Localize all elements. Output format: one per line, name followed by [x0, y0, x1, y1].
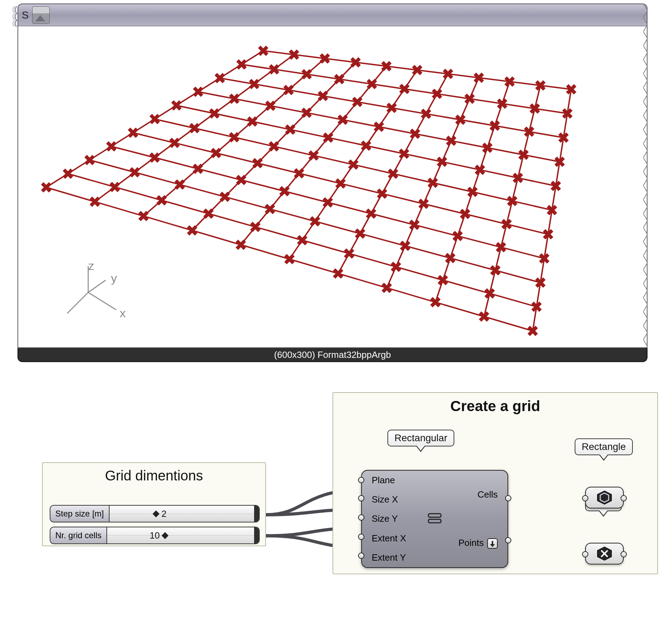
slider-output-grip[interactable]: [254, 506, 259, 522]
component-outputs: Cells Points: [458, 471, 498, 567]
image-viewer-titlebar[interactable]: S: [18, 4, 648, 26]
rectangular-grid-icon: [427, 512, 442, 526]
point-param[interactable]: [585, 543, 624, 564]
step-size-label: Step size [m]: [50, 506, 110, 522]
svg-rect-269: [428, 519, 441, 523]
image-viewer-panel: S: [18, 4, 648, 362]
slider-thumb-icon[interactable]: [153, 510, 160, 517]
input-grip[interactable]: [358, 534, 364, 540]
axis-x-label: x: [120, 306, 126, 320]
component-inputs: Plane Size X Size Y Extent X Extent Y: [372, 471, 406, 567]
input-extent-y: Extent Y: [372, 552, 406, 563]
rectangular-grid-component[interactable]: Plane Size X Size Y Extent X Extent Y Ce…: [361, 470, 508, 568]
viewer-tab-letter: S: [22, 9, 29, 21]
input-grip[interactable]: [358, 553, 364, 559]
output-grip[interactable]: [621, 551, 627, 557]
grid-dimensions-group: Grid dimentions Step size [m] 2 Nr. grid…: [42, 462, 266, 546]
output-grip[interactable]: [505, 495, 511, 501]
create-grid-group: Create a grid Rectangular Rectangle Poin…: [332, 392, 658, 574]
image-viewer-footer-text: (600x300) Format32bppArgb: [274, 349, 391, 360]
input-grip[interactable]: [582, 551, 588, 557]
grid-cells-slider[interactable]: Nr. grid cells 10: [50, 527, 260, 544]
step-size-slider[interactable]: Step size [m] 2: [50, 505, 260, 522]
input-grip[interactable]: [358, 477, 364, 483]
output-grip[interactable]: [621, 495, 627, 501]
svg-line-267: [88, 280, 106, 292]
rectangle-label-bubble: Rectangle: [575, 438, 633, 455]
rectangle-hex-icon: [596, 490, 613, 505]
input-grip[interactable]: [358, 495, 364, 501]
grid-cells-label: Nr. grid cells: [50, 527, 107, 543]
rectangle-param[interactable]: [585, 487, 624, 508]
image-thumbnail-icon[interactable]: [32, 6, 50, 24]
axis-y-label: y: [111, 271, 117, 285]
input-size-y: Size Y: [372, 513, 406, 524]
zigzag-edge-icon: [643, 4, 648, 348]
input-extent-x: Extent X: [372, 533, 406, 544]
grid-dimensions-title: Grid dimentions: [43, 463, 265, 484]
svg-rect-268: [428, 514, 441, 517]
output-points: Points: [458, 538, 498, 549]
grid-cells-value: 10: [150, 530, 160, 541]
slider-output-grip[interactable]: [254, 527, 259, 543]
point-hex-icon: [596, 546, 613, 561]
input-grip[interactable]: [582, 495, 588, 501]
create-grid-title: Create a grid: [333, 393, 657, 415]
svg-line-265: [88, 292, 116, 310]
output-cells: Cells: [458, 489, 498, 500]
image-viewer-canvas[interactable]: z y x: [18, 26, 648, 348]
image-viewer-footer: (600x300) Format32bppArgb: [18, 348, 648, 362]
rectangular-label-bubble: Rectangular: [387, 430, 454, 446]
input-plane: Plane: [372, 475, 406, 486]
axis-z-label: z: [88, 259, 94, 273]
step-size-value: 2: [161, 508, 166, 519]
slider-thumb-icon[interactable]: [162, 532, 169, 539]
flatten-output-icon[interactable]: [487, 538, 498, 549]
input-size-x: Size X: [372, 494, 406, 505]
svg-line-266: [67, 292, 88, 313]
ripple-icon: [11, 4, 18, 27]
input-grip[interactable]: [358, 514, 364, 521]
output-grip[interactable]: [505, 537, 511, 543]
